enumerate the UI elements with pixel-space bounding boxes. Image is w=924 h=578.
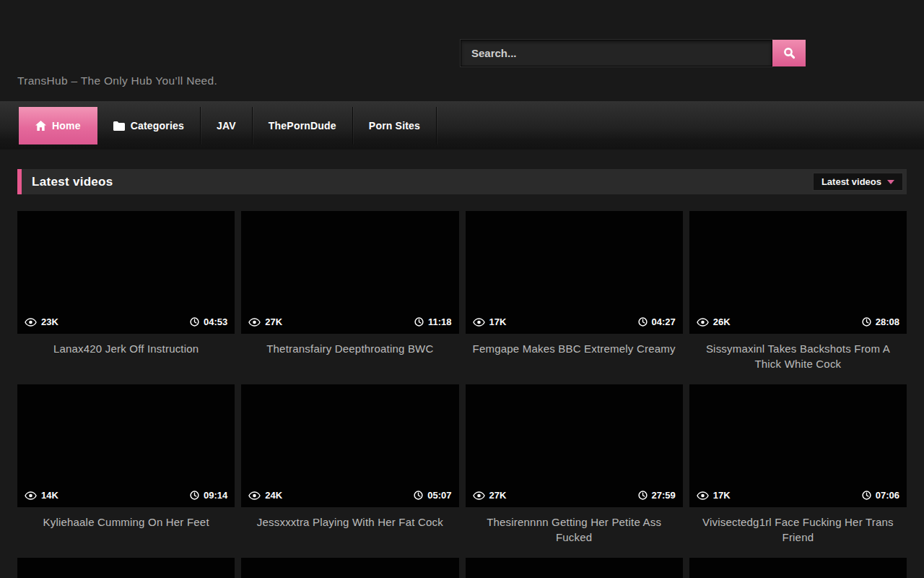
nav-item-categories[interactable]: Categories [97,107,201,144]
clock-icon [862,317,871,327]
clock-icon [862,491,871,500]
video-card[interactable]: 26K 28:08 Sissymaxinl Takes Backshots Fr… [689,211,907,384]
clock-icon [414,317,424,327]
duration-label: 05:07 [427,490,451,501]
clock-icon [190,317,199,327]
duration-stat: 09:14 [190,490,227,501]
sort-dropdown[interactable]: Latest videos [813,173,903,191]
caret-down-icon [887,180,894,184]
nav-item-home[interactable]: Home [19,107,97,144]
eye-icon [248,318,261,327]
video-card[interactable]: 23K 04:53 Lanax420 Jerk Off Instruction [17,211,235,384]
video-card[interactable] [17,558,235,578]
video-thumbnail[interactable]: 17K 07:06 [689,384,907,507]
duration-stat: 07:06 [862,490,899,501]
views-count: 14K [41,490,58,501]
views-stat: 27K [473,490,507,501]
video-card[interactable]: 27K 11:18 Thetransfairy Deepthroating BW… [241,211,458,384]
video-thumbnail[interactable] [241,558,458,578]
nav-item-label: Home [52,120,81,131]
video-stats: 26K 28:08 [689,310,907,334]
duration-stat: 05:07 [414,490,451,501]
eye-icon [697,318,709,327]
main-nav: Home Categories JAV ThePornDude Porn Sit… [0,101,924,150]
video-thumbnail[interactable]: 17K 04:27 [466,211,683,334]
search-input[interactable] [461,40,772,66]
video-stats: 17K 07:06 [689,483,907,507]
eye-icon [25,318,37,327]
sort-dropdown-value: Latest videos [821,176,881,187]
video-title: Sissymaxinl Takes Backshots From A Thick… [689,334,907,371]
video-title: Thesirennnn Getting Her Petite Ass Fucke… [466,507,683,545]
video-thumbnail[interactable]: 14K 09:14 [17,384,235,507]
views-count: 24K [265,490,282,501]
views-stat: 27K [248,316,282,327]
video-title: Thetransfairy Deepthroating BWC [241,334,458,356]
eye-icon [697,491,709,500]
clock-icon [638,491,648,500]
video-title: Femgape Makes BBC Extremely Creamy [466,334,683,356]
magnifier-icon [783,47,796,59]
duration-label: 04:27 [652,316,676,327]
views-count: 27K [265,316,282,327]
views-stat: 24K [248,490,282,501]
clock-icon [638,317,648,327]
nav-item-label: ThePornDude [269,120,336,131]
views-stat: 26K [697,316,731,327]
home-icon [35,121,46,131]
video-thumbnail[interactable]: 26K 28:08 [689,211,907,334]
nav-item-label: JAV [217,120,236,131]
latest-videos-section-header: Latest videos Latest videos [17,169,907,194]
video-thumbnail[interactable]: 27K 11:18 [241,211,458,334]
views-count: 27K [489,490,507,501]
views-stat: 14K [25,490,58,501]
video-thumbnail[interactable] [689,558,907,578]
video-thumbnail[interactable]: 23K 04:53 [17,211,235,334]
views-stat: 23K [25,316,58,327]
nav-item-jav[interactable]: JAV [201,107,253,144]
duration-stat: 28:08 [862,316,899,327]
video-stats: 27K 11:18 [241,310,458,334]
video-grid: 23K 04:53 Lanax420 Jerk Off Instruction [17,211,907,578]
views-count: 26K [713,316,731,327]
views-count: 17K [489,316,507,327]
eye-icon [473,318,485,327]
duration-stat: 27:59 [638,490,676,501]
video-thumbnail[interactable] [17,558,235,578]
duration-label: 09:14 [204,490,227,501]
duration-label: 11:18 [428,316,452,327]
views-stat: 17K [697,490,731,501]
clock-icon [190,491,199,500]
duration-label: 27:59 [652,490,676,501]
video-stats: 14K 09:14 [17,483,235,507]
duration-stat: 11:18 [414,316,452,327]
video-stats: 27K 27:59 [466,483,683,507]
video-card[interactable]: 27K 27:59 Thesirennnn Getting Her Petite… [466,384,683,558]
video-thumbnail[interactable] [466,558,683,578]
video-stats: 23K 04:53 [17,310,235,334]
video-thumbnail[interactable]: 24K 05:07 [241,384,458,507]
nav-item-label: Porn Sites [369,120,420,131]
nav-item-porn-sites[interactable]: Porn Sites [353,107,437,144]
video-card[interactable] [466,558,683,578]
video-title: Jessxxxtra Playing With Her Fat Cock [241,507,458,530]
video-card[interactable]: 24K 05:07 Jessxxxtra Playing With Her Fa… [241,384,458,558]
search-button[interactable] [772,40,806,66]
video-title: Kyliehaale Cumming On Her Feet [17,507,235,530]
video-card[interactable] [241,558,458,578]
duration-label: 28:08 [876,316,899,327]
duration-stat: 04:53 [190,316,227,327]
video-card[interactable]: 17K 07:06 Vivisectedg1rl Face Fucking He… [689,384,907,558]
site-header: TransHub – The Only Hub You’ll Need. [0,0,924,101]
section-title: Latest videos [32,175,113,189]
video-thumbnail[interactable]: 27K 27:59 [466,384,683,507]
nav-item-theporndude[interactable]: ThePornDude [253,107,353,144]
clock-icon [414,491,423,500]
video-title: Lanax420 Jerk Off Instruction [17,334,235,356]
video-stats: 24K 05:07 [241,483,458,507]
site-tagline: TransHub – The Only Hub You’ll Need. [17,74,217,87]
video-card[interactable] [689,558,907,578]
nav-item-label: Categories [131,120,184,131]
video-card[interactable]: 14K 09:14 Kyliehaale Cumming On Her Feet [17,384,235,558]
video-card[interactable]: 17K 04:27 Femgape Makes BBC Extremely Cr… [466,211,683,384]
